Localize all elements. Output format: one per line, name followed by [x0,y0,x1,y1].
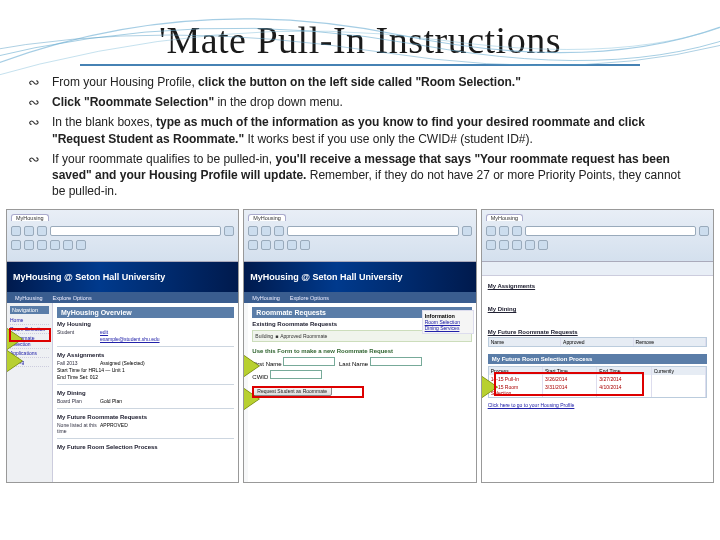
site-banner: MyHousing @ Seton Hall University [244,262,475,292]
browser-chrome: MyHousing [244,210,475,262]
browser-tab: MyHousing [11,214,49,221]
bullet-icon: ∾ [28,94,40,113]
title-underline [80,64,640,66]
arrow-callout [6,350,23,372]
list-item: ∾If your roommate qualifies to be pulled… [38,151,696,200]
list-item: ∾In the blank boxes, type as much of the… [38,114,696,146]
main-pane: MyHousing Overview My Housing Studentedi… [53,303,238,482]
bullet-icon: ∾ [28,114,40,133]
list-item: ∾From your Housing Profile, click the bu… [38,74,696,90]
highlight-box [494,372,644,396]
instruction-list: ∾From your Housing Profile, click the bu… [0,74,720,199]
screenshot-2: MyHousing MyHousing @ Seton Hall Univers… [243,209,476,483]
highlight-box [252,386,364,398]
list-item: ∾Click "Roommate Selection" in the drop … [38,94,696,110]
info-sidebar: Information Room Selection Dining Servic… [422,310,474,334]
sidebar-item-home: Home [10,316,49,325]
browser-chrome: MyHousing [7,210,238,262]
last-name-field [370,357,422,366]
highlight-box [9,328,51,342]
nav-tabs: MyHousingExplore Options [7,292,238,303]
bullet-icon: ∾ [28,151,40,170]
arrow-callout [243,355,260,377]
site-banner: MyHousing @ Seton Hall University [7,262,238,292]
browser-chrome: MyHousing [482,210,713,262]
first-name-field [283,357,335,366]
screenshot-3: MyHousing My Assignments My Dining My Fu… [481,209,714,483]
slide-title: 'Mate Pull-In Instructions [0,18,720,62]
url-bar [50,226,221,236]
profile-link: Click here to go to your Housing Profile [488,402,575,408]
bullet-icon: ∾ [28,74,40,93]
cwid-field [270,370,322,379]
screenshot-1: MyHousing MyHousing @ Seton Hall Univers… [6,209,239,483]
roommate-table: NameApprovedRemove [488,337,707,347]
